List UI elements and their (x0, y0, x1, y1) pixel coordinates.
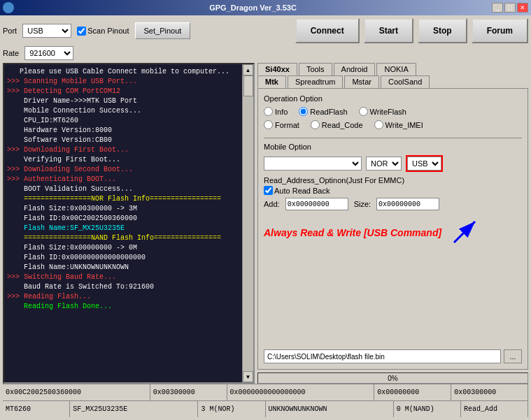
maximize-button[interactable]: □ (504, 3, 516, 13)
add-label: Add: (264, 200, 280, 208)
path-row: ... (264, 349, 522, 363)
title-bar: GPG_Dragon Ver_3.53C _ □ ✕ (0, 0, 531, 15)
tab-mtk[interactable]: Mtk (257, 75, 286, 88)
emmc-label: Read_Address_Optinon(Just For EMMC) (264, 176, 522, 184)
file-path-input[interactable] (264, 349, 501, 363)
log-line: >>> Detecting COM PortCOM12 (7, 87, 250, 96)
scroll-thumb[interactable] (243, 75, 253, 96)
auto-read-back-text: Auto Read Back (274, 187, 330, 195)
status-cell-read-add: Read_Add (461, 401, 528, 417)
window-controls[interactable]: _ □ ✕ (492, 3, 528, 13)
radio-format[interactable]: Format (264, 120, 299, 129)
log-line: Reading Flash Done... (7, 302, 250, 312)
progress-label: 0% (258, 373, 528, 383)
operation-option-label: Operation Option (264, 94, 522, 103)
radio-format-input[interactable] (264, 120, 273, 129)
close-button[interactable]: ✕ (517, 3, 528, 13)
right-panel: Si40xx Tools Android NOKIA Mtk Spreadtru… (257, 63, 528, 384)
status-cell-unknown: UNKNOWNUNKNOWN (266, 401, 394, 417)
tab-spreadtrum[interactable]: Spreadtrum (288, 75, 343, 88)
size-input[interactable] (376, 198, 439, 210)
mobile-option-label: Mobile Option (264, 143, 522, 151)
radio-readcode-input[interactable] (311, 120, 320, 129)
radio-readflash[interactable]: ReadFlash (299, 107, 347, 116)
radio-info-input[interactable] (264, 107, 273, 116)
svg-line-1 (454, 222, 475, 242)
status-cell-4: 0x00000000 (374, 384, 451, 400)
status-bar-row1: 0x00C2002500360000 0x00300000 0x00000000… (3, 384, 528, 400)
scroll-up-button[interactable]: ▲ (243, 64, 253, 75)
status-cell-2: 0x00300000 (150, 384, 227, 400)
scan-pinout-label: Scan Pinout (87, 27, 129, 35)
operation-radio-group2: Format Read_Code Write_IMEI (264, 120, 522, 129)
status-cell-5: 0x00300000 (451, 384, 528, 400)
log-line: >>> Scanning Mobile USB Port... (7, 77, 250, 87)
log-line: Software Version:CB00 (7, 136, 250, 145)
forum-button[interactable]: Forum (472, 18, 528, 43)
top-bar: Port USB Scan Pinout Set_Pinout Connect … (3, 18, 528, 43)
stop-button[interactable]: Stop (418, 18, 467, 43)
rate-select[interactable]: 921600 (24, 46, 73, 60)
tab-tools[interactable]: Tools (299, 63, 332, 75)
radio-info-label: Info (275, 108, 288, 116)
usb-select[interactable]: USB (407, 157, 441, 171)
log-line: Driver Name->>>MTK USB Port (7, 96, 250, 106)
radio-writeflash-input[interactable] (359, 107, 368, 116)
minimize-button[interactable]: _ (492, 3, 503, 13)
main-container: Port USB Scan Pinout Set_Pinout Connect … (0, 15, 531, 420)
scroll-down-button[interactable]: ▼ (243, 371, 253, 382)
connect-button[interactable]: Connect (295, 18, 360, 43)
addr-row: Add: Size: (264, 198, 522, 210)
log-line: Flash Size:0x00300000 -> 3M (7, 204, 250, 214)
radio-readflash-input[interactable] (299, 107, 308, 116)
emmc-section: Read_Address_Optinon(Just For EMMC) Auto… (264, 176, 522, 195)
add-input[interactable] (285, 198, 348, 210)
radio-writeflash[interactable]: WriteFlash (359, 107, 406, 116)
auto-read-back-label[interactable]: Auto Read Back (264, 186, 522, 195)
mobile-option-row: NOR USB (264, 155, 522, 172)
browse-button[interactable]: ... (504, 349, 522, 363)
divider1 (264, 138, 522, 138)
scroll-track[interactable] (243, 75, 253, 371)
app-icon (3, 2, 14, 13)
radio-readcode[interactable]: Read_Code (311, 120, 363, 129)
log-line: Flash Name:SF_MX25U3235E (7, 224, 250, 233)
start-button[interactable]: Start (364, 18, 413, 43)
port-label: Port (3, 27, 17, 35)
status-cell-nor-size: 3 M(NOR) (198, 401, 265, 417)
tabs-row1: Si40xx Tools Android NOKIA (257, 63, 528, 75)
nor-select[interactable]: NOR (366, 157, 402, 171)
tab-android[interactable]: Android (334, 63, 376, 75)
status-cell-cpu: MT6260 (3, 401, 70, 417)
radio-readflash-label: ReadFlash (310, 108, 347, 116)
log-scrollbar[interactable]: ▲ ▼ (242, 64, 253, 382)
log-line: >>> Reading Flash... (7, 292, 250, 302)
mobile-dropdown[interactable] (264, 157, 362, 171)
log-line: Flash Name:UNKNOWNUNKNOWN (7, 263, 250, 273)
blue-arrow-icon (447, 215, 482, 251)
log-line: Flash ID:0x000000000000000000 (7, 253, 250, 263)
set-pinout-button[interactable]: Set_Pinout (135, 22, 191, 39)
scan-pinout-checkbox[interactable] (77, 27, 86, 36)
scan-pinout-checkbox-label[interactable]: Scan Pinout (77, 27, 129, 36)
tab-mstar[interactable]: Mstar (344, 75, 379, 88)
auto-read-back-checkbox[interactable] (264, 186, 273, 195)
log-line: Please use USB Cable Connect mobile to c… (7, 67, 250, 77)
port-select[interactable]: USB (22, 24, 71, 38)
log-line: Mobile Connection Success... (7, 106, 250, 116)
tab-si40xx[interactable]: Si40xx (257, 63, 297, 75)
rate-label: Rate (3, 49, 19, 57)
status-cell-flash-name: SF_MX25U3235E (70, 401, 198, 417)
radio-writeimei-input[interactable] (374, 120, 383, 129)
radio-info[interactable]: Info (264, 107, 288, 116)
log-line: ================NOR Flash Info==========… (7, 194, 250, 204)
log-line: ================NAND Flash Info=========… (7, 233, 250, 243)
radio-writeimei[interactable]: Write_IMEI (374, 120, 423, 129)
status-cell-nand-size: 0 M(NAND) (394, 401, 461, 417)
tab-coolsand[interactable]: CoolSand (381, 75, 430, 88)
log-panel: Please use USB Cable Connect mobile to c… (3, 63, 255, 384)
tab-nokia[interactable]: NOKIA (376, 63, 416, 75)
status-bar-row2: MT6260 SF_MX25U3235E 3 M(NOR) UNKNOWNUNK… (3, 400, 528, 417)
operation-radio-group: Info ReadFlash WriteFlash (264, 107, 522, 116)
log-line: Hardware Version:8000 (7, 126, 250, 136)
